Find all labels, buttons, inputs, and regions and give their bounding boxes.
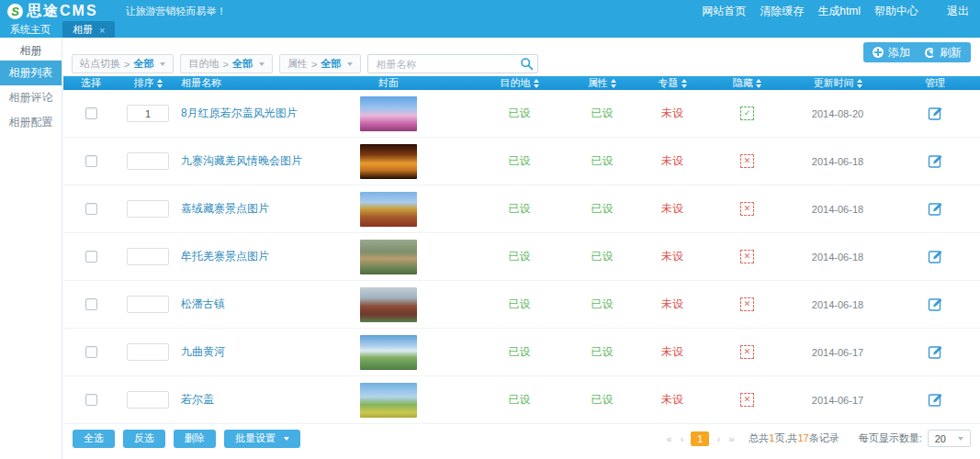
hidden-toggle-icon[interactable]: ✕ [740, 202, 754, 216]
table-row: 九寨沟藏羌风情晚会图片 已设 已设 未设 ✕ 2014-06-18 [63, 138, 980, 185]
sidebar-item-album-list[interactable]: 相册列表 [0, 61, 62, 85]
row-checkbox[interactable] [85, 203, 97, 215]
album-cover-image-stage-performance[interactable] [360, 144, 417, 179]
updated-date: 2014-06-18 [812, 299, 863, 310]
row-checkbox[interactable] [85, 394, 97, 406]
batch-settings-button[interactable]: 批量设置 [224, 430, 300, 448]
invert-selection-button[interactable]: 反选 [123, 430, 165, 448]
edit-icon[interactable] [928, 249, 943, 264]
sort-arrows-icon[interactable] [681, 79, 687, 88]
per-page-select[interactable]: 20 [928, 430, 971, 447]
album-name-link[interactable]: 牟托羌寨景点图片 [181, 249, 269, 264]
sort-order-input[interactable] [127, 200, 169, 218]
topic-status: 未设 [661, 344, 683, 360]
edit-icon[interactable] [928, 106, 943, 121]
select-all-button[interactable]: 全选 [73, 430, 115, 448]
album-name-link[interactable]: 九曲黄河 [181, 344, 225, 360]
column-header-topic[interactable]: 专题 [636, 76, 708, 90]
edit-icon[interactable] [928, 153, 943, 169]
sort-order-input[interactable] [127, 248, 169, 265]
column-header-attribute[interactable]: 属性 [568, 76, 636, 90]
tab-album[interactable]: 相册 × [62, 21, 115, 38]
sort-order-input[interactable] [127, 152, 169, 170]
album-name-link[interactable]: 松潘古镇 [181, 297, 225, 312]
album-cover-image-ancient-town-gate[interactable] [360, 287, 417, 322]
nav-site-home[interactable]: 网站首页 [702, 4, 746, 19]
edit-icon[interactable] [928, 344, 943, 360]
sort-order-input[interactable] [127, 391, 169, 409]
row-checkbox[interactable] [85, 251, 97, 263]
edit-icon[interactable] [928, 297, 943, 312]
sort-arrows-icon[interactable] [157, 79, 163, 88]
hidden-toggle-icon[interactable]: ✓ [740, 106, 754, 120]
filter-attribute-select[interactable]: 属性 > 全部 [279, 54, 361, 73]
sort-arrows-icon[interactable] [756, 79, 761, 88]
album-name-link[interactable]: 若尔盖 [181, 392, 214, 408]
filter-site-label: 站点切换 [80, 57, 120, 71]
nav-help-center[interactable]: 帮助中心 [874, 4, 918, 19]
row-checkbox[interactable] [85, 298, 97, 310]
tab-close-icon[interactable]: × [99, 26, 105, 35]
album-name-link[interactable]: 嘉绒藏寨景点图片 [181, 201, 269, 217]
first-page-button[interactable]: « [666, 433, 673, 444]
column-header-sort[interactable]: 排序 [118, 76, 177, 90]
tab-album-label: 相册 [73, 23, 93, 37]
filter-site-select[interactable]: 站点切换 > 全部 [72, 54, 174, 73]
prev-page-button[interactable]: ‹ [680, 433, 685, 444]
hidden-toggle-icon[interactable]: ✕ [740, 345, 754, 359]
refresh-button[interactable]: 刷新 [916, 42, 971, 62]
sort-order-input[interactable] [127, 105, 169, 122]
row-checkbox[interactable] [85, 155, 97, 167]
sidebar: 相册 相册列表 相册评论 相册配置 [0, 38, 62, 459]
app-window: S 思途CMS 让旅游营销轻而易举！ 网站首页 清除缓存 生成html 帮助中心… [0, 0, 980, 459]
updated-date: 2014-06-17 [812, 347, 863, 358]
filter-separator: > [222, 59, 228, 70]
sort-order-input[interactable] [127, 296, 169, 313]
tab-system-home[interactable]: 系统主页 [0, 21, 61, 38]
add-button[interactable]: 添加 [863, 42, 919, 62]
album-cover-image-pink-flowers-blue-sky[interactable] [360, 96, 417, 131]
column-header-updated[interactable]: 更新时间 [786, 76, 889, 90]
album-cover-image-grassland-river-bend[interactable] [360, 335, 417, 370]
sort-arrows-icon[interactable] [611, 79, 616, 88]
current-page-button[interactable]: 1 [691, 431, 709, 446]
hidden-toggle-icon[interactable]: ✕ [740, 297, 754, 311]
logo[interactable]: S 思途CMS [7, 2, 98, 21]
last-page-button[interactable]: » [727, 433, 735, 444]
delete-button[interactable]: 删除 [174, 430, 216, 448]
search-icon[interactable] [520, 57, 534, 71]
nav-clear-cache[interactable]: 清除缓存 [760, 4, 804, 19]
edit-icon[interactable] [928, 392, 943, 408]
album-cover-image-temple-gate[interactable] [360, 192, 417, 227]
nav-logout[interactable]: 退出 [947, 4, 969, 19]
attribute-status: 已设 [591, 201, 614, 217]
bulk-actions: 全选 反选 删除 批量设置 [73, 430, 300, 448]
hidden-toggle-icon[interactable]: ✕ [740, 250, 754, 263]
edit-icon[interactable] [928, 201, 943, 217]
row-checkbox[interactable] [85, 346, 97, 358]
updated-date: 2014-08-20 [812, 108, 863, 119]
column-header-hidden[interactable]: 隐藏 [708, 76, 786, 90]
album-cover-image-stone-tower-valley[interactable] [360, 240, 417, 274]
column-header-destination[interactable]: 目的地 [471, 76, 568, 90]
album-name-link[interactable]: 8月红原若尔盖风光图片 [181, 106, 298, 121]
next-page-button[interactable]: › [715, 433, 721, 444]
topic-status: 未设 [661, 249, 683, 264]
sort-order-input[interactable] [127, 343, 169, 361]
sort-arrows-icon[interactable] [857, 79, 862, 88]
filter-destination-select[interactable]: 目的地 > 全部 [180, 54, 272, 73]
nav-generate-html[interactable]: 生成html [817, 4, 861, 19]
destination-status: 已设 [509, 201, 531, 217]
album-cover-image-grassland-yellow-flowers[interactable] [360, 383, 417, 418]
chevron-down-icon [347, 62, 353, 66]
chevron-down-icon [284, 437, 289, 441]
sidebar-item-album-config[interactable]: 相册配置 [0, 110, 62, 135]
hidden-toggle-icon[interactable]: ✕ [740, 154, 754, 168]
sort-arrows-icon[interactable] [534, 79, 539, 88]
search-input[interactable] [367, 54, 538, 73]
hidden-toggle-icon[interactable]: ✕ [740, 393, 754, 407]
row-checkbox[interactable] [85, 107, 97, 119]
sidebar-item-album-comments[interactable]: 相册评论 [0, 85, 62, 110]
destination-status: 已设 [509, 106, 531, 121]
album-name-link[interactable]: 九寨沟藏羌风情晚会图片 [181, 153, 302, 169]
